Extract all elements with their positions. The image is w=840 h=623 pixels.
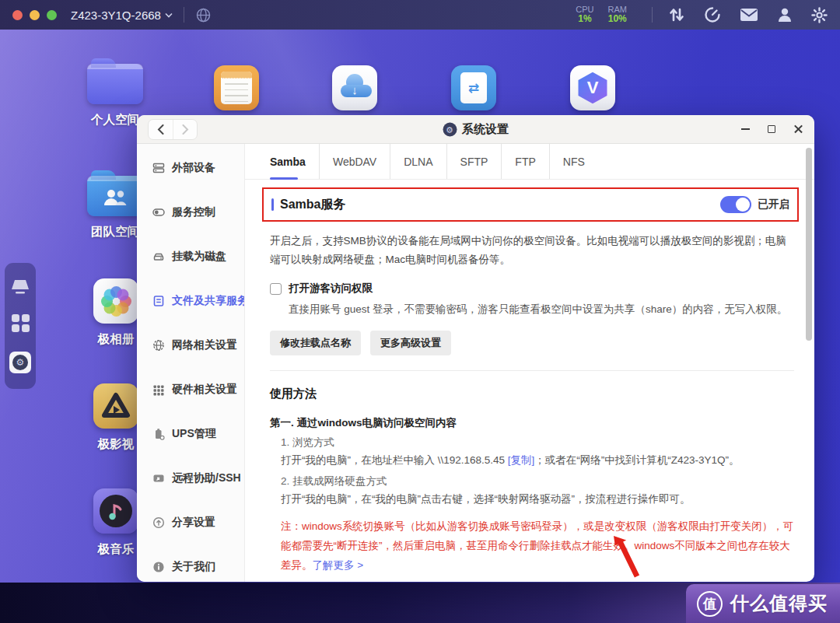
photos-app-icon — [93, 278, 138, 324]
globe-icon — [152, 339, 165, 352]
desktop-icon-photos[interactable]: 极相册 — [93, 278, 138, 348]
transfer-arrows-icon[interactable] — [668, 7, 685, 23]
copy-windows-address-link[interactable]: [复制] — [508, 454, 535, 466]
desktop-icon-label: 团队空间 — [91, 224, 139, 240]
close-traffic-light[interactable] — [12, 10, 23, 20]
close-button[interactable] — [793, 124, 803, 135]
desktop-icon-label: 个人空间 — [91, 112, 139, 128]
movies-app-icon — [93, 383, 138, 429]
minimize-button[interactable] — [740, 124, 751, 135]
settings-gear-icon: ⚙ — [443, 122, 457, 136]
sidebar-item-mount-as-disk[interactable]: 挂载为磁盘 — [137, 234, 244, 278]
notes-app-icon — [214, 65, 259, 110]
usage-heading: 使用方法 — [270, 387, 794, 401]
sidebar-item-hardware-settings[interactable]: 硬件相关设置 — [137, 367, 244, 411]
windows-mount-label: 2. 挂载成网络硬盘方式 — [281, 474, 794, 488]
topbar-divider — [184, 7, 184, 23]
sidebar-item-network-settings[interactable]: 网络相关设置 — [137, 323, 244, 367]
desktop-icon-label: 极相册 — [98, 331, 135, 348]
learn-more-link[interactable]: 了解更多 > — [313, 559, 364, 571]
file-transfer-app-icon: ⇄ — [451, 65, 496, 110]
tab-dlna[interactable]: DLNA — [390, 144, 446, 179]
device-name-dropdown[interactable]: Z423-3Y1Q-2668 — [71, 9, 173, 22]
windows-browse-instruction: 打开“我的电脑”，在地址栏中输入 \\192.168.5.45 [复制]；或者在… — [281, 452, 794, 469]
content-scrollbar-thumb[interactable] — [806, 148, 812, 341]
minimize-traffic-light[interactable] — [30, 10, 40, 20]
grid-icon — [152, 383, 165, 396]
desktop-icon-music[interactable]: 极音乐 — [93, 488, 138, 558]
tab-webdav[interactable]: WebDAV — [319, 144, 390, 179]
tab-samba[interactable]: Samba — [270, 144, 319, 179]
desktop: Z423-3Y1Q-2668 CPU 1% RAM 10% — [0, 0, 840, 623]
sidebar-item-about-us[interactable]: 关于我们 — [137, 544, 244, 582]
guest-access-checkbox[interactable] — [270, 283, 282, 295]
guest-access-label: 打开游客访问权限 — [289, 282, 373, 296]
samba-toggle-label: 已开启 — [758, 198, 790, 212]
toggle-icon — [152, 206, 165, 219]
share-icon — [152, 516, 165, 529]
settings-content: Samba WebDAV DLNA SFTP FTP NFS Samba服务 已… — [245, 144, 814, 582]
sidebar-item-ups-management[interactable]: UPS管理 — [137, 411, 244, 456]
desktop-icon-notes-app[interactable] — [214, 65, 259, 110]
tab-ftp[interactable]: FTP — [501, 144, 548, 179]
music-app-icon — [93, 488, 138, 534]
globe-icon[interactable] — [195, 7, 212, 23]
file-share-icon — [152, 295, 165, 307]
samba-toggle[interactable] — [720, 196, 751, 213]
maximize-button[interactable] — [766, 124, 777, 135]
server-icon — [152, 162, 165, 174]
v-app-letter: V — [587, 78, 599, 98]
v-app-icon: V — [570, 65, 615, 110]
desktop-icon-personal-space[interactable]: 个人空间 — [87, 64, 143, 128]
zoom-traffic-light[interactable] — [47, 10, 57, 20]
desktop-icon-movies[interactable]: 极影视 — [93, 383, 138, 453]
chevron-down-icon — [165, 12, 173, 18]
mail-icon[interactable] — [740, 8, 758, 22]
team-folder-icon — [87, 176, 143, 216]
desktop-icon-team-space[interactable]: 团队空间 — [87, 176, 143, 240]
samba-service-title: Samba服务 — [271, 197, 345, 213]
samba-description: 开启之后，支持SMB协议的设备能在局域网中访问你的极空间设备。比如电视端可以播放… — [270, 232, 794, 268]
sidebar-item-external-devices[interactable]: 外部设备 — [137, 145, 244, 190]
window-title: ⚙ 系统设置 — [443, 122, 509, 137]
ram-usage: RAM 10% — [608, 5, 627, 25]
tab-sftp[interactable]: SFTP — [446, 144, 502, 179]
system-settings-window: ⚙ 系统设置 外部设备 — [137, 115, 814, 582]
gauge-icon[interactable] — [704, 6, 721, 23]
desktop-icon-file-transfer-app[interactable]: ⇄ — [451, 65, 496, 110]
sidebar-item-share-settings[interactable]: 分享设置 — [137, 500, 244, 544]
smzdm-watermark-text: 什么值得买 — [730, 591, 828, 616]
smzdm-watermark: 值 什么值得买 — [686, 584, 840, 623]
more-advanced-settings-button[interactable]: 更多高级设置 — [370, 331, 451, 355]
forward-button[interactable] — [173, 120, 197, 139]
sidebar-item-remote-assist-ssh[interactable]: 远程协助/SSH — [137, 456, 244, 500]
device-name-label: Z423-3Y1Q-2668 — [71, 9, 161, 22]
side-dock: ⚙ — [5, 263, 36, 389]
topbar-divider — [652, 7, 653, 23]
gear-icon[interactable] — [811, 7, 828, 23]
sidebar-item-file-sharing-services[interactable]: 文件及共享服务 — [137, 278, 244, 323]
tab-nfs[interactable]: NFS — [549, 144, 598, 179]
smzdm-logo-icon: 值 — [697, 591, 723, 617]
window-traffic-lights — [12, 10, 57, 20]
protocol-tabs: Samba WebDAV DLNA SFTP FTP NFS — [245, 144, 814, 180]
rename-mount-point-button[interactable]: 修改挂载点名称 — [270, 331, 361, 355]
user-icon[interactable] — [777, 7, 793, 23]
desktop-icon-cloud-download-app[interactable]: ↓ — [332, 65, 377, 110]
windows-step-title: 第一. 通过windows电脑访问极空间内容 — [270, 416, 794, 430]
sidebar-item-service-control[interactable]: 服务控制 — [137, 190, 244, 234]
desktop-icon-label: 极影视 — [98, 436, 135, 453]
window-titlebar: ⚙ 系统设置 — [137, 115, 814, 144]
battery-icon — [152, 428, 165, 440]
guest-access-description: 直接用账号 guest 登录，不需要输密码，游客只能查看极空间中设置为共享（sh… — [289, 301, 794, 318]
windows-note: 注：windows系统切换账号（比如从游客切换成账号密码登录），或是改变权限（游… — [281, 517, 794, 576]
info-icon — [152, 561, 165, 573]
folder-icon — [87, 64, 143, 104]
monitor-icon[interactable] — [10, 279, 30, 295]
settings-sidebar: 外部设备 服务控制 挂载为磁盘 — [137, 144, 245, 582]
settings-app-icon[interactable]: ⚙ — [9, 352, 31, 373]
app-grid-icon[interactable] — [12, 314, 30, 332]
desktop-icon-v-app[interactable]: V — [570, 65, 615, 110]
back-button[interactable] — [149, 120, 173, 139]
cpu-usage: CPU 1% — [576, 5, 593, 25]
